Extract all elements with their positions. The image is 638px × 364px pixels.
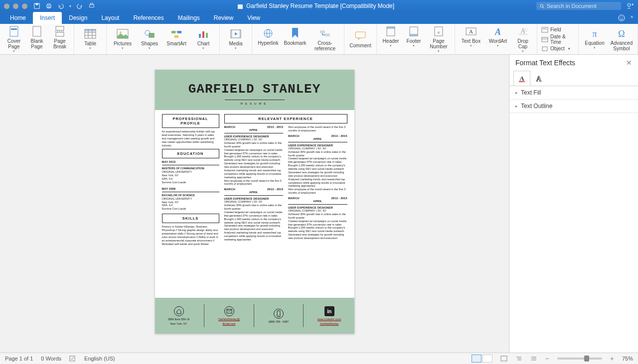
web-layout-view-button[interactable] (482, 355, 492, 363)
dropdown-icon: ▾ (390, 44, 392, 48)
svg-rect-6 (90, 3, 93, 5)
text-fill-tab[interactable]: A (513, 71, 530, 86)
footer-icon (408, 25, 420, 37)
shapes-icon (144, 28, 156, 40)
tab-review[interactable]: Review (207, 12, 240, 24)
language-status[interactable]: English (US) (84, 356, 115, 362)
object-button[interactable]: Object▾ (541, 46, 574, 52)
footer-button[interactable]: Footer▾ (404, 25, 424, 48)
tab-references[interactable]: References (126, 12, 170, 24)
view-buttons (472, 355, 492, 363)
blank-page-button[interactable]: Blank Page (27, 25, 47, 49)
pictures-button[interactable]: Pictures▾ (111, 28, 135, 50)
ribbon: Cover Page▾ Blank Page Page Break Table▾… (0, 24, 638, 55)
date-time-button[interactable]: Date & Time (541, 34, 574, 45)
tab-mailings[interactable]: Mailings (171, 12, 207, 24)
equation-button[interactable]: πEquation▾ (583, 27, 607, 50)
text-outline-tab[interactable]: A (530, 71, 547, 86)
dropdown-icon: ▾ (568, 47, 570, 51)
smartart-button[interactable]: SmartArt (164, 28, 188, 46)
cover-page-button[interactable]: Cover Page▾ (4, 25, 24, 53)
outline-view-icon[interactable] (515, 356, 522, 362)
contact-phone: (888) 789 - 0987 (269, 309, 289, 323)
text-fill-section[interactable]: ▸Text Fill (509, 86, 638, 100)
cross-reference-button[interactable]: Cross-reference (310, 27, 340, 51)
svg-text:A: A (536, 75, 542, 83)
svg-rect-21 (56, 32, 64, 36)
redo-icon[interactable] (76, 2, 83, 9)
word-count[interactable]: 0 Words (41, 356, 61, 362)
dropdown-icon: ▾ (522, 49, 524, 53)
hyperlink-button[interactable]: Hyperlink (256, 27, 280, 46)
document-page[interactable]: GARFIELD STANLEY RESUME PROFESSIONALPROF… (155, 70, 354, 334)
page-break-icon (54, 25, 66, 37)
chart-button[interactable]: Chart▾ (191, 28, 215, 50)
table-button[interactable]: Table▾ (78, 28, 102, 50)
maximize-window-button[interactable] (22, 3, 27, 9)
text-outline-section[interactable]: ▸Text Outline (509, 100, 638, 113)
zoom-out-button[interactable]: − (545, 355, 549, 363)
header-button[interactable]: Header▾ (381, 25, 401, 48)
search-input[interactable]: Search in Document (536, 2, 621, 10)
tab-layout[interactable]: Layout (94, 12, 126, 24)
education-heading: EDUCATION (162, 149, 219, 158)
status-bar: Page 1 of 1 0 Words English (US) − + 75% (0, 353, 638, 364)
svg-rect-61 (542, 27, 548, 32)
advanced-symbol-button[interactable]: ΩAdvanced Symbol (610, 27, 634, 51)
pictures-icon (117, 28, 129, 40)
zoom-level[interactable]: 75% (622, 356, 633, 362)
dropdown-icon: ▾ (122, 46, 124, 50)
tab-insert[interactable]: Insert (33, 12, 62, 24)
undo-dropdown-icon[interactable]: ▾ (69, 4, 71, 8)
collapse-ribbon-icon[interactable]: ^ (631, 15, 633, 21)
tab-home[interactable]: Home (3, 12, 33, 24)
svg-rect-33 (171, 31, 175, 33)
svg-rect-46 (325, 33, 330, 36)
svg-rect-5 (90, 4, 94, 7)
close-pane-button[interactable]: ✕ (626, 59, 632, 67)
zoom-slider[interactable] (557, 358, 602, 360)
zoom-thumb[interactable] (584, 356, 589, 362)
bookmark-button[interactable]: Bookmark (283, 27, 307, 46)
text-box-button[interactable]: AText Box▾ (459, 25, 483, 48)
resume-contact-footer: 2890 East 55th StNew York, NY GarfieldSt… (155, 298, 354, 334)
drop-cap-button[interactable]: ADrop Cap▾ (513, 25, 533, 53)
print-layout-view-button[interactable] (472, 355, 481, 363)
zoom-in-button[interactable]: + (610, 355, 614, 363)
minimize-window-button[interactable] (13, 3, 18, 9)
svg-point-16 (622, 16, 623, 17)
wordart-button[interactable]: AWordArt▾ (486, 25, 510, 48)
home-icon (174, 306, 184, 316)
print-icon[interactable] (45, 2, 52, 9)
svg-rect-63 (542, 37, 548, 42)
spellcheck-icon[interactable] (69, 355, 76, 362)
page-count[interactable]: Page 1 of 1 (5, 356, 33, 362)
close-window-button[interactable] (4, 3, 9, 9)
quick-print-icon[interactable] (88, 2, 95, 9)
tab-view[interactable]: View (240, 12, 267, 24)
media-button[interactable]: Media▾ (224, 28, 248, 50)
ribbon-tabs: Home Insert Design Layout References Mai… (0, 12, 638, 24)
smiley-icon[interactable] (618, 14, 626, 22)
svg-line-10 (543, 6, 544, 8)
shapes-button[interactable]: Shapes▾ (138, 28, 161, 50)
svg-rect-75 (501, 356, 507, 361)
skills-heading: SKILLS (162, 214, 219, 223)
page-break-button[interactable]: Page Break (50, 25, 70, 49)
page-number-button[interactable]: #Page Number▾ (427, 25, 451, 53)
undo-icon[interactable] (57, 2, 64, 9)
resume-header: GARFIELD STANLEY RESUME (155, 70, 354, 110)
comment-button[interactable]: Comment (348, 30, 372, 48)
svg-point-9 (540, 4, 543, 7)
draft-view-icon[interactable] (530, 356, 537, 362)
smartart-icon (170, 28, 182, 40)
focus-mode-icon[interactable] (500, 356, 507, 362)
document-canvas[interactable]: GARFIELD STANLEY RESUME PROFESSIONALPROF… (0, 55, 509, 353)
blank-page-icon (31, 25, 43, 37)
svg-rect-40 (231, 30, 232, 38)
symbol-icon: Ω (616, 27, 628, 39)
tab-design[interactable]: Design (62, 12, 94, 24)
share-icon[interactable] (626, 2, 634, 10)
field-button[interactable]: Field (541, 27, 574, 33)
save-icon[interactable] (33, 2, 40, 9)
